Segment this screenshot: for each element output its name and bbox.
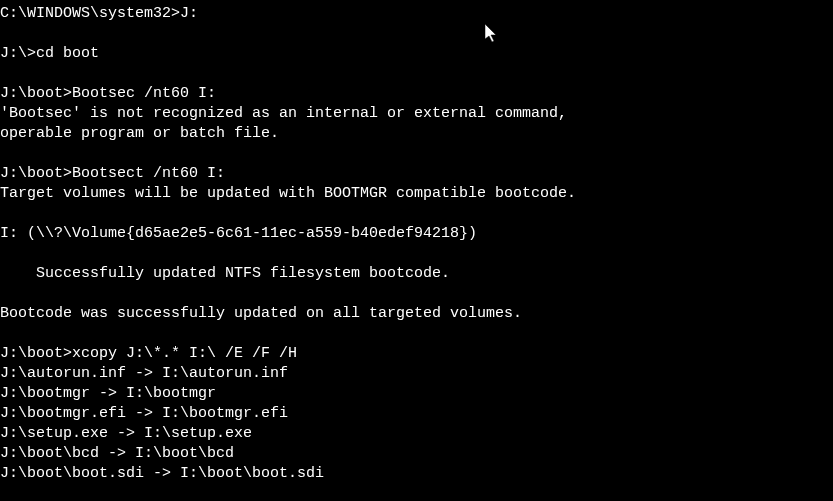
terminal-line: J:\autorun.inf -> I:\autorun.inf [0, 364, 833, 384]
terminal-line: J:\boot>xcopy J:\*.* I:\ /E /F /H [0, 344, 833, 364]
terminal-line: J:\boot>Bootsect /nt60 I: [0, 164, 833, 184]
terminal-line: C:\WINDOWS\system32>J: [0, 4, 833, 24]
terminal-line [0, 284, 833, 304]
terminal-line [0, 324, 833, 344]
terminal-line [0, 64, 833, 84]
terminal-line [0, 144, 833, 164]
terminal-line: Bootcode was successfully updated on all… [0, 304, 833, 324]
terminal-line: 'Bootsec' is not recognized as an intern… [0, 104, 833, 124]
terminal-line: J:\bootmgr -> I:\bootmgr [0, 384, 833, 404]
terminal-line [0, 24, 833, 44]
terminal-line: J:\boot\boot.sdi -> I:\boot\boot.sdi [0, 464, 833, 484]
terminal-line: J:\bootmgr.efi -> I:\bootmgr.efi [0, 404, 833, 424]
terminal-line: J:\boot\bcd -> I:\boot\bcd [0, 444, 833, 464]
terminal-line: operable program or batch file. [0, 124, 833, 144]
terminal-line [0, 204, 833, 224]
terminal-line: I: (\\?\Volume{d65ae2e5-6c61-11ec-a559-b… [0, 224, 833, 244]
terminal-line [0, 244, 833, 264]
terminal-line: Successfully updated NTFS filesystem boo… [0, 264, 833, 284]
terminal-line: J:\>cd boot [0, 44, 833, 64]
terminal-line: Target volumes will be updated with BOOT… [0, 184, 833, 204]
terminal-area[interactable]: C:\WINDOWS\system32>J: J:\>cd boot J:\bo… [0, 4, 833, 484]
terminal-line: J:\boot>Bootsec /nt60 I: [0, 84, 833, 104]
terminal-line: J:\setup.exe -> I:\setup.exe [0, 424, 833, 444]
